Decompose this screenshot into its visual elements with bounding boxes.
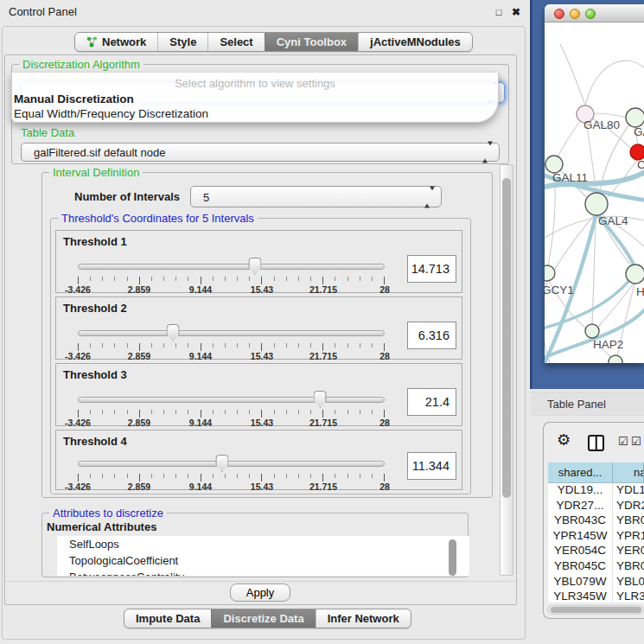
slider-tick-labels: -3.4262.8599.14415.4321.71528 bbox=[78, 481, 385, 492]
checkbox-icon[interactable]: ☑ bbox=[618, 435, 628, 448]
attributes-group-label: Attributes to discretize bbox=[49, 507, 167, 520]
attribute-list-item[interactable]: SelfLoops bbox=[57, 536, 469, 552]
slider-track[interactable] bbox=[78, 461, 385, 467]
node-gcy1[interactable] bbox=[545, 265, 555, 281]
threshold-3-slider[interactable]: -3.4262.8599.14415.4321.71528 bbox=[78, 395, 385, 424]
scrollbar-thumb[interactable] bbox=[551, 607, 641, 613]
network-canvas[interactable]: GAL80 GA C GAL11 GAL4 GCY1 H HAP2 bbox=[545, 22, 644, 363]
bottom-tab[interactable]: Discretize Data bbox=[211, 609, 315, 628]
bottom-tab[interactable]: Impute Data bbox=[124, 609, 211, 628]
cell-shared-name[interactable]: YDL19... bbox=[548, 483, 613, 499]
table-column-headers: shared... na bbox=[548, 462, 644, 483]
slider-track[interactable] bbox=[78, 397, 385, 403]
cell-shared-name[interactable]: YER054C bbox=[548, 544, 613, 559]
slider-track[interactable] bbox=[78, 264, 385, 270]
node-gal4[interactable] bbox=[585, 193, 608, 215]
slider-handle[interactable] bbox=[167, 324, 180, 341]
attribute-list-item[interactable]: BetweennessCentrality bbox=[57, 569, 469, 576]
attribute-list-item[interactable]: TopologicalCoefficient bbox=[57, 552, 469, 569]
apply-button[interactable]: Apply bbox=[230, 583, 290, 602]
cell-shared-name[interactable]: YBR043C bbox=[548, 513, 613, 529]
scrollbar-thumb[interactable] bbox=[502, 178, 511, 498]
slider-handle[interactable] bbox=[215, 455, 228, 472]
top-tab[interactable]: Network bbox=[75, 33, 157, 51]
cell-shared-name[interactable]: YBL079W bbox=[548, 575, 613, 590]
float-window-icon[interactable]: □ bbox=[493, 6, 505, 18]
table-horizontal-scrollbar[interactable] bbox=[547, 605, 644, 615]
cell-name[interactable]: YDR2 bbox=[613, 499, 644, 514]
node-label-h: H bbox=[636, 285, 644, 298]
threshold-2-slider[interactable]: -3.4262.8599.14415.4321.71528 bbox=[78, 328, 385, 358]
bottom-tab-label: Discretize Data bbox=[223, 612, 303, 625]
threshold-3-value-field[interactable]: 21.4 bbox=[407, 388, 456, 416]
table-row[interactable]: YER054CYER0 bbox=[548, 544, 644, 559]
cell-name[interactable]: YER0 bbox=[613, 544, 644, 559]
node-label-gcy1: GCY1 bbox=[545, 284, 574, 296]
tick-label: 15.43 bbox=[251, 284, 273, 295]
table-row[interactable]: YDL19...YDL1 bbox=[548, 483, 644, 499]
cell-shared-name[interactable]: YBR045C bbox=[548, 559, 613, 575]
number-of-intervals-combobox[interactable]: 5 bbox=[190, 186, 442, 207]
tick-label: 15.43 bbox=[251, 351, 273, 361]
tick-label: -3.426 bbox=[65, 284, 91, 295]
close-icon[interactable]: ✖ bbox=[510, 6, 522, 18]
columns-icon[interactable] bbox=[588, 435, 604, 451]
column-header-shared-name[interactable]: shared... bbox=[548, 462, 613, 482]
table-row[interactable]: YBL079WYBL0 bbox=[548, 575, 644, 590]
tick-label: 9.144 bbox=[189, 418, 212, 428]
cell-name[interactable]: YBR0 bbox=[613, 559, 644, 575]
attributes-list-scrollbar-thumb[interactable] bbox=[449, 539, 456, 576]
table-row[interactable]: YBR045CYBR0 bbox=[548, 559, 644, 575]
table-row[interactable]: YPR145WYPR1 bbox=[548, 529, 644, 545]
minimize-traffic-light-icon[interactable] bbox=[570, 9, 580, 19]
slider-track[interactable] bbox=[78, 330, 385, 336]
tick-label: 2.859 bbox=[128, 351, 150, 361]
combo-stepper-icon bbox=[424, 190, 435, 203]
threshold-2-value-field[interactable]: 6.316 bbox=[407, 322, 456, 349]
zoom-traffic-light-icon[interactable] bbox=[585, 9, 596, 19]
node-bottom[interactable] bbox=[609, 355, 622, 363]
threshold-1-value-field[interactable]: 14.713 bbox=[407, 255, 456, 283]
table-row[interactable]: YDR27...YDR2 bbox=[548, 499, 644, 514]
node-top-right[interactable] bbox=[626, 108, 644, 127]
cell-shared-name[interactable]: YDR27... bbox=[548, 499, 613, 514]
slider-handle[interactable] bbox=[248, 258, 261, 275]
node-hap[interactable] bbox=[626, 265, 644, 284]
table-row[interactable]: YBR043CYBR0 bbox=[548, 513, 644, 529]
cell-shared-name[interactable]: YLR345W bbox=[548, 590, 613, 603]
table-panel: ⚙ ☑ ☑ shared... na YDL19...YDL1YDR27...Y… bbox=[543, 422, 644, 619]
tick-label: 9.144 bbox=[189, 284, 212, 295]
table-data-combobox[interactable]: galFiltered.sif default node bbox=[21, 143, 500, 162]
cell-shared-name[interactable]: YPR145W bbox=[548, 529, 613, 545]
column-header-name[interactable]: na bbox=[613, 462, 644, 482]
top-tab[interactable]: Cyni Toolbox bbox=[265, 33, 358, 51]
gear-icon[interactable]: ⚙ bbox=[557, 430, 571, 450]
top-tab[interactable]: Select bbox=[207, 33, 264, 51]
threshold-1-slider[interactable]: -3.4262.8599.14415.4321.71528 bbox=[78, 262, 385, 291]
top-tab[interactable]: Style bbox=[157, 33, 207, 51]
close-traffic-light-icon[interactable] bbox=[554, 9, 564, 19]
cell-name[interactable]: YPR1 bbox=[613, 529, 644, 545]
window-title: Control Panel bbox=[9, 5, 77, 18]
network-window-titlebar[interactable] bbox=[545, 4, 644, 22]
threshold-4-value-field[interactable]: 11.344 bbox=[407, 452, 456, 480]
popup-option-equal-width[interactable]: Equal Width/Frequency Discretization bbox=[14, 107, 208, 120]
node-hap2[interactable] bbox=[585, 324, 599, 338]
numerical-attributes-list[interactable]: SelfLoopsTopologicalCoefficientBetweenne… bbox=[57, 536, 469, 576]
slider-handle[interactable] bbox=[314, 391, 327, 408]
threshold-4-slider[interactable]: -3.4262.8599.14415.4321.71528 bbox=[78, 459, 385, 488]
tick-label: -3.426 bbox=[65, 351, 91, 361]
cell-name[interactable]: YLR3 bbox=[613, 590, 644, 603]
bottom-tab-label: Infer Network bbox=[328, 612, 399, 625]
bottom-tab[interactable]: Infer Network bbox=[316, 609, 411, 628]
cell-name[interactable]: YDL1 bbox=[613, 483, 644, 499]
popup-option-manual[interactable]: Manual Discretization bbox=[14, 92, 134, 105]
node-gal11[interactable] bbox=[545, 156, 563, 173]
top-tab[interactable]: jActiveMNodules bbox=[358, 33, 472, 51]
cell-name[interactable]: YBL0 bbox=[613, 575, 644, 590]
cell-name[interactable]: YBR0 bbox=[613, 513, 644, 529]
settings-scrollbar[interactable] bbox=[500, 164, 513, 576]
node-label-gal11: GAL11 bbox=[552, 171, 588, 184]
table-row[interactable]: YLR345WYLR3 bbox=[548, 590, 644, 603]
checkbox-icon[interactable]: ☑ bbox=[631, 435, 641, 448]
